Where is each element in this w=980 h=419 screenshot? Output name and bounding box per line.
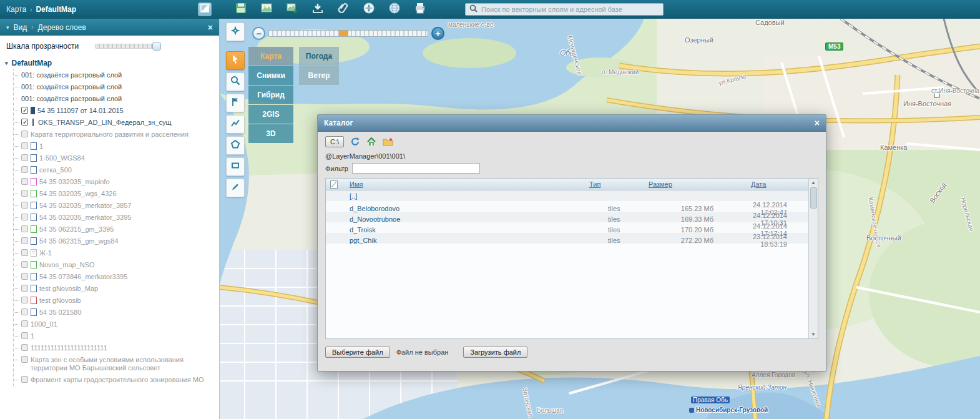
breadcrumb-root[interactable]: Карта [6, 5, 26, 14]
sort-by-size[interactable]: Размер [645, 180, 738, 188]
layer-checkbox[interactable] [21, 376, 28, 383]
scroll-up-icon[interactable]: ▲ [811, 180, 816, 185]
north-arrow-tool[interactable] [226, 22, 245, 41]
layer-tree-item[interactable]: Карата территориального развития и рассе… [14, 129, 215, 140]
layer-tree-item[interactable]: 54 35 032035_merkator_3857 [14, 200, 215, 212]
layer-checkbox[interactable] [21, 107, 28, 114]
layer-checkbox[interactable] [21, 261, 28, 268]
transparency-slider-handle[interactable] [152, 42, 161, 51]
layer-tree-root[interactable]: ▾ DefaultMap [5, 57, 215, 69]
layer-tree-item[interactable]: сетка_500 [14, 164, 215, 176]
layer-checkbox[interactable] [21, 166, 28, 173]
sidebar-toggle-button[interactable] [198, 2, 212, 16]
layer-checkbox[interactable] [21, 237, 28, 244]
layer-tree-item[interactable]: 001: создаётся растровый слой [14, 93, 215, 105]
layer-tree-item[interactable]: 54 35 062315_gm_3395 [14, 224, 215, 235]
maptype-button[interactable]: 2GIS [248, 105, 293, 124]
overlay-button[interactable]: Погода [299, 47, 339, 66]
flag-tool[interactable] [226, 94, 245, 112]
layer-tree-item[interactable]: 1 [14, 330, 215, 342]
scrollbar-thumb[interactable] [810, 187, 817, 209]
layer-tree-item[interactable]: 11111111111111111111111 [14, 342, 215, 354]
layer-checkbox[interactable] [21, 225, 28, 232]
layer-tree-item[interactable]: 54 35 032035_wgs_4326 [14, 188, 215, 200]
choose-file-button[interactable]: Выберите файл [325, 347, 390, 358]
layer-tree-item[interactable]: test gNovosib [14, 295, 215, 307]
layer-tree-item[interactable]: Карта зон с особыми условиями использова… [14, 354, 215, 374]
sort-by-date[interactable]: Дата [738, 180, 808, 188]
maptype-button[interactable]: Гибрид [248, 86, 293, 104]
layer-checkbox[interactable] [21, 190, 28, 197]
compass-button[interactable] [360, 1, 378, 17]
layer-tree-item[interactable]: Ж-1 [14, 247, 215, 259]
map-canvas[interactable]: маленькие о-во Садовый Озерный М53 Обь М… [220, 19, 980, 419]
zoom-out-button[interactable]: − [252, 27, 265, 40]
download-button[interactable] [309, 1, 326, 17]
layer-tree-item[interactable]: 1 [14, 140, 215, 152]
polygon-tool[interactable] [226, 136, 245, 155]
search-input[interactable] [481, 6, 659, 13]
layer-checkbox[interactable] [21, 131, 28, 137]
export-image-button[interactable] [258, 1, 275, 17]
file-row[interactable]: d_Troisk tiles 170.20 Мб 24.12.2014 17:1… [326, 222, 808, 233]
layer-tree-item[interactable]: Фрагмент карты градостроительного зониро… [14, 374, 215, 386]
layer-tree-item[interactable]: 54 35 062315_gm_wgs84 [14, 235, 215, 247]
file-row[interactable]: d_Beloborodovo tiles 165.23 Мб 24.12.201… [326, 201, 808, 212]
panel-close-button[interactable]: × [208, 23, 213, 32]
refresh-icon[interactable] [350, 137, 360, 147]
layer-tree-item[interactable]: 1000_01 [14, 318, 215, 330]
dialog-close-button[interactable]: × [815, 119, 820, 127]
file-list-scrollbar[interactable]: ▲ ▼ [808, 179, 818, 338]
layer-checkbox[interactable] [21, 154, 28, 161]
layer-tree-item[interactable]: 54 35 032035_mapinfo [14, 176, 215, 188]
layer-tree-item[interactable]: OKS_TRANSP_AD_LIN_Федерал_зн_сущ [14, 117, 215, 129]
layer-tree-item[interactable]: 1-500_WGS84 [14, 152, 215, 164]
upload-file-button[interactable]: Загрузить файл [463, 347, 527, 358]
measure-tool[interactable] [226, 115, 245, 134]
transparency-slider[interactable] [95, 44, 160, 49]
filter-input[interactable] [352, 163, 480, 174]
print-button[interactable] [411, 1, 429, 17]
layer-tree-item[interactable]: 001: создаётся растровый слой [14, 69, 215, 81]
layer-checkbox[interactable] [21, 119, 28, 126]
layer-checkbox[interactable] [21, 356, 28, 363]
overlay-button[interactable]: Ветер [299, 66, 339, 85]
sort-by-type[interactable]: Тип [587, 180, 645, 188]
new-folder-icon[interactable] [383, 137, 393, 147]
layer-checkbox[interactable] [21, 273, 28, 280]
layer-tree-item[interactable]: 54 35 111097 от 14.01.2015 [14, 105, 215, 117]
maptype-button[interactable]: Снимки [248, 66, 293, 85]
layer-checkbox[interactable] [21, 178, 28, 185]
sort-by-name[interactable]: Имя [342, 180, 587, 188]
layer-checkbox[interactable] [21, 344, 28, 351]
home-icon[interactable] [366, 137, 376, 147]
save-layer-button[interactable] [232, 1, 250, 17]
view-menu[interactable]: Вид [14, 23, 27, 32]
zoom-in-button[interactable]: + [431, 27, 444, 40]
zoom-tool[interactable] [226, 72, 245, 91]
file-row[interactable]: [..] [326, 190, 808, 201]
layer-tree-item[interactable]: 54 35 073846_merkator3395 [14, 271, 215, 283]
layer-checkbox[interactable] [21, 297, 28, 303]
scroll-down-icon[interactable]: ▼ [811, 332, 816, 337]
layer-checkbox[interactable] [21, 214, 28, 220]
file-row[interactable]: pgt_Chik tiles 272.20 Мб 23.12.2014 18:5… [326, 233, 808, 244]
draw-tool[interactable] [226, 179, 245, 197]
layer-checkbox[interactable] [21, 320, 28, 327]
dialog-titlebar[interactable]: Каталог × [318, 115, 826, 132]
layer-checkbox[interactable] [21, 142, 28, 149]
layer-tree-item[interactable]: 54 35 021580 [14, 307, 215, 318]
layer-checkbox[interactable] [21, 202, 28, 209]
select-tool[interactable] [226, 51, 245, 70]
layer-tree-item[interactable]: 001: создаётся растровый слой [14, 81, 215, 93]
maptype-button[interactable]: 3D [248, 124, 293, 143]
layer-checkbox[interactable] [21, 249, 28, 256]
layer-tree-item[interactable]: test gNovosib_Map [14, 283, 215, 295]
layer-checkbox[interactable] [21, 308, 28, 315]
layer-checkbox[interactable] [21, 285, 28, 292]
layer-tree-item[interactable]: 54 35 032035_merkator_3395 [14, 212, 215, 224]
layer-tree-item[interactable]: Novos_map_NSO [14, 259, 215, 271]
import-image-button[interactable] [283, 1, 301, 17]
rectangle-tool[interactable] [226, 157, 245, 176]
file-row[interactable]: d_Novootrubnoe tiles 169.33 Мб 24.12.201… [326, 212, 808, 222]
